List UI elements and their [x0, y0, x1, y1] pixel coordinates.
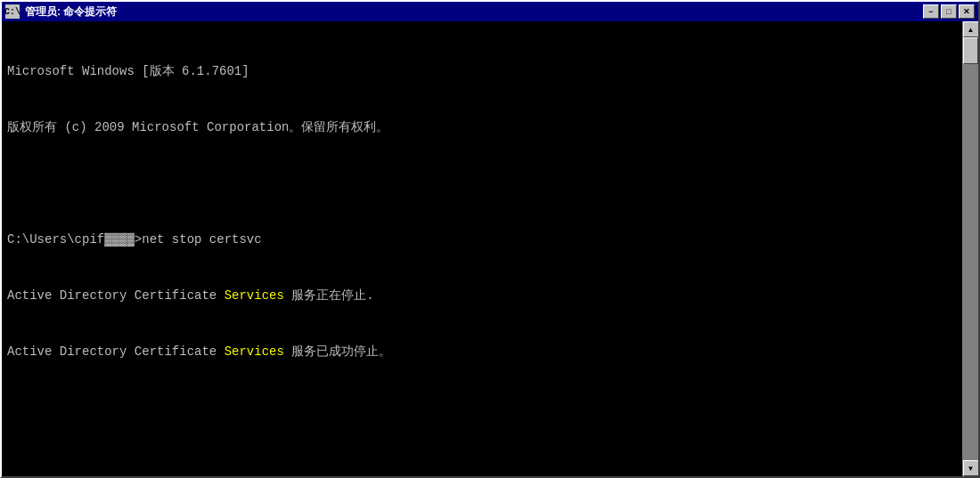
- console-line-5: Active Directory Certificate Services 服务…: [7, 287, 957, 305]
- console-line-6: Active Directory Certificate Services 服务…: [7, 343, 957, 361]
- line6-suffix: 服务已成功停止。: [284, 344, 391, 359]
- title-bar: C:\ 管理员: 命令提示符 − □ ✕: [2, 2, 978, 21]
- scrollbar-thumb[interactable]: [963, 37, 978, 64]
- scrollbar[interactable]: ▲ ▼: [962, 21, 978, 476]
- console-line-1: Microsoft Windows [版本 6.1.7601]: [7, 62, 957, 81]
- console-line-4: C:\Users\cpif▓▓▓▓>net stop certsvc: [7, 231, 957, 249]
- console-content: Microsoft Windows [版本 6.1.7601] 版权所有 (c)…: [7, 25, 957, 476]
- console-line-3: [7, 174, 957, 193]
- window-body: Microsoft Windows [版本 6.1.7601] 版权所有 (c)…: [2, 21, 978, 476]
- console-line-7: [7, 399, 957, 417]
- maximize-button[interactable]: □: [941, 4, 957, 19]
- window-title: 管理员: 命令提示符: [25, 4, 117, 20]
- window-icon: C:\: [5, 4, 20, 19]
- services-highlight-2: Services: [225, 344, 284, 359]
- console-line-2: 版权所有 (c) 2009 Microsoft Corporation。保留所有…: [7, 118, 957, 137]
- console-area[interactable]: Microsoft Windows [版本 6.1.7601] 版权所有 (c)…: [2, 21, 962, 476]
- minimize-button[interactable]: −: [923, 4, 939, 19]
- main-window: C:\ 管理员: 命令提示符 − □ ✕ Microsoft Windows […: [0, 0, 980, 478]
- title-bar-buttons: − □ ✕: [923, 4, 975, 19]
- close-button[interactable]: ✕: [959, 4, 975, 19]
- line5-suffix: 服务正在停止.: [284, 288, 374, 303]
- console-line-8: [7, 455, 957, 474]
- scrollbar-up-button[interactable]: ▲: [963, 21, 979, 37]
- title-bar-left: C:\ 管理员: 命令提示符: [5, 4, 117, 20]
- scrollbar-track[interactable]: [963, 37, 978, 460]
- services-highlight-1: Services: [225, 288, 284, 303]
- scrollbar-down-button[interactable]: ▼: [963, 460, 979, 476]
